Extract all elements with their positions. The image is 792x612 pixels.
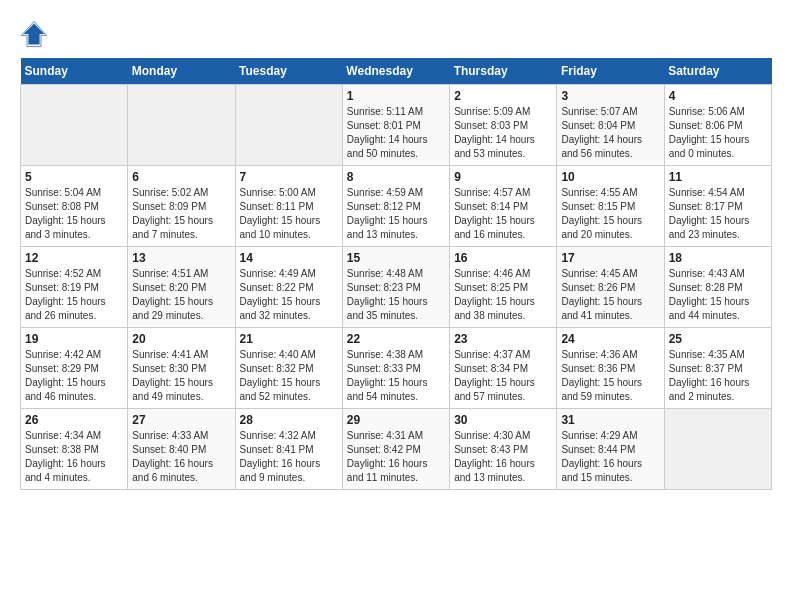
calendar-cell: 21Sunrise: 4:40 AM Sunset: 8:32 PM Dayli… — [235, 328, 342, 409]
day-info: Sunrise: 4:35 AM Sunset: 8:37 PM Dayligh… — [669, 348, 767, 404]
calendar-cell: 9Sunrise: 4:57 AM Sunset: 8:14 PM Daylig… — [450, 166, 557, 247]
calendar-table: SundayMondayTuesdayWednesdayThursdayFrid… — [20, 58, 772, 490]
calendar-cell: 8Sunrise: 4:59 AM Sunset: 8:12 PM Daylig… — [342, 166, 449, 247]
day-info: Sunrise: 4:48 AM Sunset: 8:23 PM Dayligh… — [347, 267, 445, 323]
day-of-week-header: Saturday — [664, 58, 771, 85]
calendar-week-row: 26Sunrise: 4:34 AM Sunset: 8:38 PM Dayli… — [21, 409, 772, 490]
day-number: 19 — [25, 332, 123, 346]
calendar-week-row: 1Sunrise: 5:11 AM Sunset: 8:01 PM Daylig… — [21, 85, 772, 166]
day-info: Sunrise: 5:07 AM Sunset: 8:04 PM Dayligh… — [561, 105, 659, 161]
day-number: 2 — [454, 89, 552, 103]
day-info: Sunrise: 4:57 AM Sunset: 8:14 PM Dayligh… — [454, 186, 552, 242]
day-number: 16 — [454, 251, 552, 265]
logo-icon — [20, 20, 48, 48]
day-number: 29 — [347, 413, 445, 427]
day-info: Sunrise: 4:45 AM Sunset: 8:26 PM Dayligh… — [561, 267, 659, 323]
day-number: 1 — [347, 89, 445, 103]
day-of-week-header: Wednesday — [342, 58, 449, 85]
calendar-cell: 20Sunrise: 4:41 AM Sunset: 8:30 PM Dayli… — [128, 328, 235, 409]
calendar-cell: 1Sunrise: 5:11 AM Sunset: 8:01 PM Daylig… — [342, 85, 449, 166]
day-info: Sunrise: 4:37 AM Sunset: 8:34 PM Dayligh… — [454, 348, 552, 404]
calendar-cell: 28Sunrise: 4:32 AM Sunset: 8:41 PM Dayli… — [235, 409, 342, 490]
day-number: 17 — [561, 251, 659, 265]
calendar-week-row: 19Sunrise: 4:42 AM Sunset: 8:29 PM Dayli… — [21, 328, 772, 409]
day-info: Sunrise: 5:00 AM Sunset: 8:11 PM Dayligh… — [240, 186, 338, 242]
day-info: Sunrise: 4:55 AM Sunset: 8:15 PM Dayligh… — [561, 186, 659, 242]
day-info: Sunrise: 5:06 AM Sunset: 8:06 PM Dayligh… — [669, 105, 767, 161]
day-number: 24 — [561, 332, 659, 346]
calendar-cell: 6Sunrise: 5:02 AM Sunset: 8:09 PM Daylig… — [128, 166, 235, 247]
day-info: Sunrise: 5:02 AM Sunset: 8:09 PM Dayligh… — [132, 186, 230, 242]
logo — [20, 20, 52, 48]
calendar-cell: 3Sunrise: 5:07 AM Sunset: 8:04 PM Daylig… — [557, 85, 664, 166]
day-of-week-header: Sunday — [21, 58, 128, 85]
calendar-cell: 11Sunrise: 4:54 AM Sunset: 8:17 PM Dayli… — [664, 166, 771, 247]
calendar-cell: 18Sunrise: 4:43 AM Sunset: 8:28 PM Dayli… — [664, 247, 771, 328]
day-number: 14 — [240, 251, 338, 265]
calendar-cell: 14Sunrise: 4:49 AM Sunset: 8:22 PM Dayli… — [235, 247, 342, 328]
calendar-cell: 27Sunrise: 4:33 AM Sunset: 8:40 PM Dayli… — [128, 409, 235, 490]
calendar-cell: 31Sunrise: 4:29 AM Sunset: 8:44 PM Dayli… — [557, 409, 664, 490]
day-info: Sunrise: 4:30 AM Sunset: 8:43 PM Dayligh… — [454, 429, 552, 485]
day-info: Sunrise: 4:32 AM Sunset: 8:41 PM Dayligh… — [240, 429, 338, 485]
page-header — [20, 20, 772, 48]
day-info: Sunrise: 4:46 AM Sunset: 8:25 PM Dayligh… — [454, 267, 552, 323]
day-number: 4 — [669, 89, 767, 103]
calendar-cell: 22Sunrise: 4:38 AM Sunset: 8:33 PM Dayli… — [342, 328, 449, 409]
day-info: Sunrise: 4:43 AM Sunset: 8:28 PM Dayligh… — [669, 267, 767, 323]
day-number: 15 — [347, 251, 445, 265]
calendar-cell: 5Sunrise: 5:04 AM Sunset: 8:08 PM Daylig… — [21, 166, 128, 247]
day-info: Sunrise: 4:42 AM Sunset: 8:29 PM Dayligh… — [25, 348, 123, 404]
day-number: 25 — [669, 332, 767, 346]
day-info: Sunrise: 4:40 AM Sunset: 8:32 PM Dayligh… — [240, 348, 338, 404]
calendar-cell: 13Sunrise: 4:51 AM Sunset: 8:20 PM Dayli… — [128, 247, 235, 328]
calendar-cell: 17Sunrise: 4:45 AM Sunset: 8:26 PM Dayli… — [557, 247, 664, 328]
day-number: 22 — [347, 332, 445, 346]
day-number: 30 — [454, 413, 552, 427]
day-number: 6 — [132, 170, 230, 184]
day-number: 3 — [561, 89, 659, 103]
day-info: Sunrise: 5:11 AM Sunset: 8:01 PM Dayligh… — [347, 105, 445, 161]
day-info: Sunrise: 4:34 AM Sunset: 8:38 PM Dayligh… — [25, 429, 123, 485]
calendar-cell: 12Sunrise: 4:52 AM Sunset: 8:19 PM Dayli… — [21, 247, 128, 328]
calendar-cell: 4Sunrise: 5:06 AM Sunset: 8:06 PM Daylig… — [664, 85, 771, 166]
day-info: Sunrise: 4:49 AM Sunset: 8:22 PM Dayligh… — [240, 267, 338, 323]
day-info: Sunrise: 4:54 AM Sunset: 8:17 PM Dayligh… — [669, 186, 767, 242]
calendar-cell: 29Sunrise: 4:31 AM Sunset: 8:42 PM Dayli… — [342, 409, 449, 490]
calendar-cell: 24Sunrise: 4:36 AM Sunset: 8:36 PM Dayli… — [557, 328, 664, 409]
day-info: Sunrise: 4:41 AM Sunset: 8:30 PM Dayligh… — [132, 348, 230, 404]
day-number: 26 — [25, 413, 123, 427]
day-number: 23 — [454, 332, 552, 346]
calendar-cell: 7Sunrise: 5:00 AM Sunset: 8:11 PM Daylig… — [235, 166, 342, 247]
calendar-cell — [235, 85, 342, 166]
day-info: Sunrise: 5:04 AM Sunset: 8:08 PM Dayligh… — [25, 186, 123, 242]
calendar-cell — [21, 85, 128, 166]
calendar-week-row: 5Sunrise: 5:04 AM Sunset: 8:08 PM Daylig… — [21, 166, 772, 247]
calendar-cell: 2Sunrise: 5:09 AM Sunset: 8:03 PM Daylig… — [450, 85, 557, 166]
day-info: Sunrise: 4:38 AM Sunset: 8:33 PM Dayligh… — [347, 348, 445, 404]
calendar-cell: 15Sunrise: 4:48 AM Sunset: 8:23 PM Dayli… — [342, 247, 449, 328]
day-info: Sunrise: 4:52 AM Sunset: 8:19 PM Dayligh… — [25, 267, 123, 323]
day-number: 20 — [132, 332, 230, 346]
day-info: Sunrise: 4:33 AM Sunset: 8:40 PM Dayligh… — [132, 429, 230, 485]
calendar-cell: 30Sunrise: 4:30 AM Sunset: 8:43 PM Dayli… — [450, 409, 557, 490]
day-number: 5 — [25, 170, 123, 184]
day-info: Sunrise: 4:51 AM Sunset: 8:20 PM Dayligh… — [132, 267, 230, 323]
day-number: 12 — [25, 251, 123, 265]
day-number: 9 — [454, 170, 552, 184]
calendar-cell — [128, 85, 235, 166]
day-number: 18 — [669, 251, 767, 265]
day-info: Sunrise: 4:59 AM Sunset: 8:12 PM Dayligh… — [347, 186, 445, 242]
day-number: 10 — [561, 170, 659, 184]
calendar-cell: 25Sunrise: 4:35 AM Sunset: 8:37 PM Dayli… — [664, 328, 771, 409]
day-info: Sunrise: 4:29 AM Sunset: 8:44 PM Dayligh… — [561, 429, 659, 485]
day-of-week-header: Friday — [557, 58, 664, 85]
calendar-week-row: 12Sunrise: 4:52 AM Sunset: 8:19 PM Dayli… — [21, 247, 772, 328]
day-of-week-header: Monday — [128, 58, 235, 85]
calendar-cell: 19Sunrise: 4:42 AM Sunset: 8:29 PM Dayli… — [21, 328, 128, 409]
day-number: 27 — [132, 413, 230, 427]
day-number: 31 — [561, 413, 659, 427]
calendar-cell: 23Sunrise: 4:37 AM Sunset: 8:34 PM Dayli… — [450, 328, 557, 409]
calendar-cell — [664, 409, 771, 490]
day-number: 21 — [240, 332, 338, 346]
